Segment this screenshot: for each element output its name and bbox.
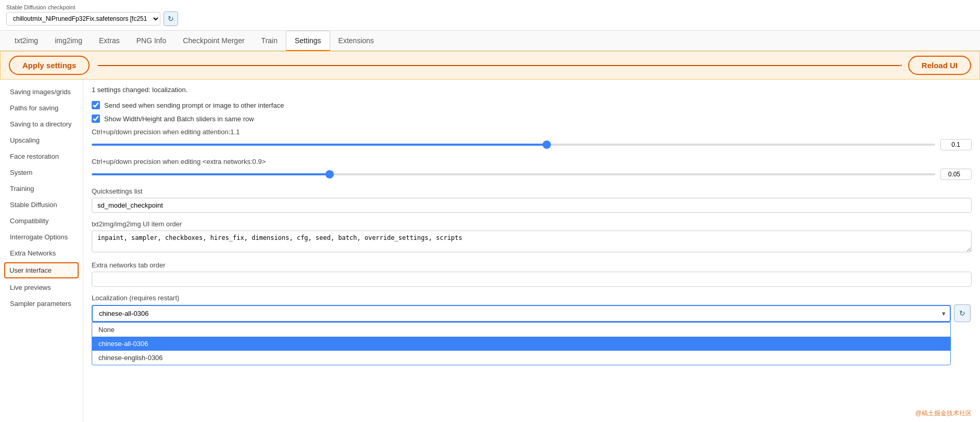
localization-dropdown-list: None chinese-all-0306 chinese-english-03…: [92, 322, 951, 365]
main-layout: Saving images/grids Paths for saving Sav…: [0, 80, 980, 422]
tab-img2img[interactable]: img2img: [46, 31, 91, 51]
sidebar-item-upscaling[interactable]: Upscaling: [0, 132, 83, 148]
tab-checkpoint-merger[interactable]: Checkpoint Merger: [174, 31, 253, 51]
arrow-line: [98, 65, 899, 66]
checkpoint-refresh-button[interactable]: ↻: [164, 11, 178, 26]
sidebar-item-system[interactable]: System: [0, 164, 83, 181]
sidebar-item-face-restoration[interactable]: Face restoration: [0, 148, 83, 164]
checkbox-sliders[interactable]: [92, 114, 100, 123]
dropdown-item-chinese-all[interactable]: chinese-all-0306: [92, 337, 950, 351]
slider-extra-networks-input[interactable]: [92, 173, 935, 175]
nav-tabs: txt2img img2img Extras PNG Info Checkpoi…: [0, 31, 980, 51]
tab-settings[interactable]: Settings: [286, 31, 330, 51]
settings-content: 1 settings changed: localization. Send s…: [83, 80, 980, 422]
slider-extra-networks-row: [92, 169, 972, 180]
sidebar-item-training[interactable]: Training: [0, 181, 83, 197]
quicksettings-input[interactable]: [92, 198, 972, 213]
sidebar: Saving images/grids Paths for saving Sav…: [0, 80, 83, 422]
sidebar-item-compatibility[interactable]: Compatibility: [0, 213, 83, 229]
dropdown-item-none[interactable]: None: [92, 323, 950, 337]
checkbox-sliders-label: Show Width/Height and Batch sliders in s…: [104, 115, 254, 123]
extra-networks-row: Extra networks tab order: [92, 261, 972, 287]
tab-extensions[interactable]: Extensions: [330, 31, 382, 51]
tab-txt2img[interactable]: txt2img: [6, 31, 46, 51]
reload-ui-button[interactable]: Reload UI: [908, 56, 971, 75]
checkbox-row-sliders: Show Width/Height and Batch sliders in s…: [92, 114, 972, 123]
tab-png-info[interactable]: PNG Info: [128, 31, 175, 51]
slider-group-extra-networks: Ctrl+up/down precision when editing <ext…: [92, 158, 972, 180]
localization-row: Localization (requires restart) None chi…: [92, 294, 972, 365]
checkpoint-select-wrapper: chilloutmix_NiPrunedFp32Fix.safetensors …: [6, 11, 178, 26]
localization-label: Localization (requires restart): [92, 294, 972, 302]
slider-extra-networks-number[interactable]: [940, 169, 972, 180]
checkpoint-select[interactable]: chilloutmix_NiPrunedFp32Fix.safetensors …: [6, 12, 160, 25]
quicksettings-label: Quicksettings list: [92, 187, 972, 195]
sidebar-item-extra-networks[interactable]: Extra Networks: [0, 245, 83, 261]
apply-settings-button[interactable]: Apply settings: [9, 56, 90, 75]
quicksettings-row: Quicksettings list: [92, 187, 972, 213]
checkpoint-label: Stable Diffusion checkpoint: [6, 4, 178, 10]
sidebar-item-live-previews[interactable]: Live previews: [0, 279, 83, 296]
sidebar-item-interrogate-options[interactable]: Interrogate Options: [0, 229, 83, 245]
ui-order-row: txt2img/img2img UI item order: [92, 220, 972, 254]
ui-order-label: txt2img/img2img UI item order: [92, 220, 972, 228]
sidebar-item-sampler-parameters[interactable]: Sampler parameters: [0, 296, 83, 312]
extra-networks-label: Extra networks tab order: [92, 261, 972, 269]
checkbox-seed-label: Send seed when sending prompt or image t…: [104, 101, 284, 109]
slider-extra-networks-label: Ctrl+up/down precision when editing <ext…: [92, 158, 972, 165]
status-text: 1 settings changed: localization.: [92, 86, 972, 94]
slider-attention-number[interactable]: [940, 139, 972, 150]
slider-attention-row: [92, 139, 972, 150]
sidebar-item-stable-diffusion[interactable]: Stable Diffusion: [0, 197, 83, 213]
extra-networks-input[interactable]: [92, 272, 972, 287]
localization-select-wrapper: None chinese-all-0306 chinese-english-03…: [92, 304, 972, 322]
sidebar-item-saving-images[interactable]: Saving images/grids: [0, 84, 83, 100]
checkpoint-bar: Stable Diffusion checkpoint chilloutmix_…: [0, 0, 980, 31]
checkbox-row-seed: Send seed when sending prompt or image t…: [92, 101, 972, 109]
sidebar-item-user-interface[interactable]: User interface: [4, 262, 79, 278]
dropdown-item-chinese-english[interactable]: chinese-english-0306: [92, 351, 950, 365]
localization-select[interactable]: None chinese-all-0306 chinese-english-03…: [92, 305, 951, 322]
ui-order-input[interactable]: [92, 231, 972, 252]
action-bar: Apply settings Reload UI: [0, 51, 980, 80]
localization-refresh-button[interactable]: ↻: [954, 304, 971, 322]
slider-attention-input[interactable]: [92, 144, 935, 146]
sidebar-item-saving-directory[interactable]: Saving to a directory: [0, 116, 83, 132]
slider-group-attention: Ctrl+up/down precision when editing atte…: [92, 128, 972, 150]
checkbox-seed[interactable]: [92, 101, 100, 109]
tab-train[interactable]: Train: [253, 31, 286, 51]
tab-extras[interactable]: Extras: [91, 31, 128, 51]
slider-attention-label: Ctrl+up/down precision when editing atte…: [92, 128, 972, 136]
sidebar-item-paths-saving[interactable]: Paths for saving: [0, 100, 83, 116]
